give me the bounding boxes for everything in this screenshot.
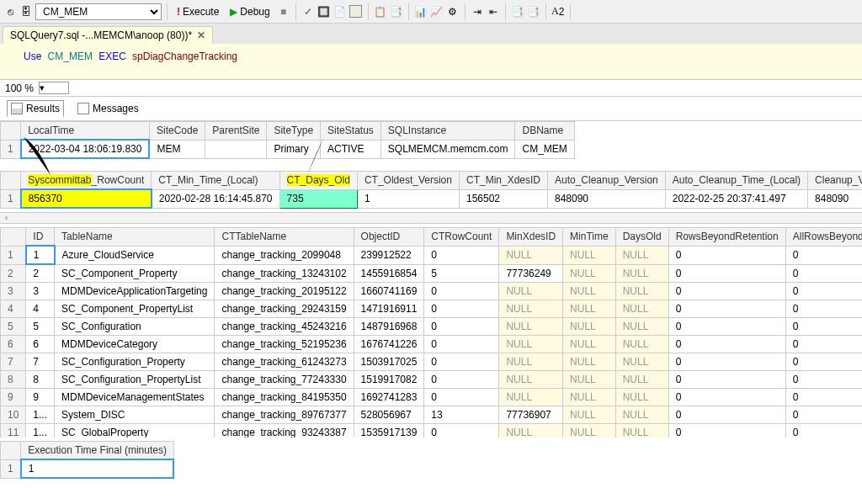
cell[interactable]: 77736907 xyxy=(499,406,563,424)
cell[interactable]: 0 xyxy=(785,424,862,438)
row-number[interactable]: 2 xyxy=(1,264,26,283)
cell[interactable]: 0 xyxy=(785,389,862,406)
cell-dbname[interactable]: CM_MEM xyxy=(515,140,574,158)
cell[interactable]: 0 xyxy=(668,389,785,406)
cell[interactable]: change_tracking_45243216 xyxy=(215,318,354,336)
cell[interactable]: 1455916854 xyxy=(354,264,424,283)
col-mintime[interactable]: MinTime xyxy=(563,228,616,247)
cell[interactable]: 0 xyxy=(668,283,785,300)
cell[interactable]: NULL xyxy=(615,300,668,318)
cell[interactable]: 3 xyxy=(26,283,55,300)
row-number[interactable]: 10 xyxy=(1,406,26,424)
cell[interactable]: 0 xyxy=(668,336,785,353)
cell[interactable]: NULL xyxy=(499,283,563,300)
cell[interactable]: Azure_CloudService xyxy=(55,246,215,264)
cell[interactable]: 0 xyxy=(785,318,862,336)
cell[interactable]: NULL xyxy=(563,300,616,318)
sql-editor[interactable]: Use CM_MEM EXEC spDiagChangeTracking xyxy=(0,44,862,80)
cell[interactable]: 1519917082 xyxy=(354,371,424,389)
cell-sitetype[interactable]: Primary xyxy=(267,140,321,158)
table-row[interactable]: 1 1 xyxy=(1,459,174,478)
indent-icon[interactable]: ⇥ xyxy=(471,5,484,19)
col-ctmintime[interactable]: CT_Min_Time_(Local) xyxy=(152,172,279,190)
cell[interactable]: 0 xyxy=(668,300,785,318)
cell[interactable]: 6 xyxy=(26,336,55,353)
cell[interactable]: NULL xyxy=(563,246,616,264)
cell[interactable]: System_DISC xyxy=(55,406,215,424)
cell[interactable]: MDMDeviceCategory xyxy=(55,336,215,353)
cell[interactable]: 0 xyxy=(668,246,785,264)
col-sqlinstance[interactable]: SQLInstance xyxy=(380,122,515,141)
col-exectime[interactable]: Execution Time Final (minutes) xyxy=(21,442,174,460)
cell[interactable]: change_tracking_84195350 xyxy=(215,389,354,406)
cell[interactable]: NULL xyxy=(563,318,616,336)
close-icon[interactable]: ✕ xyxy=(197,29,205,41)
cell[interactable]: 0 xyxy=(785,406,862,424)
table-row[interactable]: 77SC_Configuration_Propertychange_tracki… xyxy=(1,353,863,371)
cell[interactable]: 0 xyxy=(785,371,862,389)
col-sitetype[interactable]: SiteType xyxy=(267,122,321,141)
row-number[interactable]: 3 xyxy=(1,283,26,300)
table-row[interactable]: 111...SC_GlobalPropertychange_tracking_9… xyxy=(1,424,863,438)
cell[interactable]: NULL xyxy=(615,264,668,283)
row-number[interactable]: 4 xyxy=(1,300,26,318)
cell-ctminxdesid[interactable]: 156502 xyxy=(459,189,547,208)
cell[interactable]: NULL xyxy=(563,371,616,389)
col-sitecode[interactable]: SiteCode xyxy=(149,122,205,141)
cell[interactable]: NULL xyxy=(499,371,563,389)
cell-syscommittab[interactable]: 856370 xyxy=(21,189,152,208)
cell[interactable]: 8 xyxy=(26,371,55,389)
col-parentsite[interactable]: ParentSite xyxy=(205,122,267,141)
row-number[interactable]: 8 xyxy=(1,371,26,389)
col-autocleanupversion[interactable]: Auto_Cleanup_Version xyxy=(548,172,666,190)
col-minxdesid[interactable]: MinXdesID xyxy=(499,228,563,247)
cell[interactable]: 1471916911 xyxy=(354,300,424,318)
row-number[interactable]: 5 xyxy=(1,318,26,336)
cell[interactable]: 77736249 xyxy=(499,264,563,283)
cell[interactable]: NULL xyxy=(563,336,616,353)
cell[interactable]: 0 xyxy=(785,246,862,264)
cell[interactable]: 1503917025 xyxy=(354,353,424,371)
sql-tab[interactable]: SQLQuery7.sql -...MEMCM\anoop (80))* ✕ xyxy=(3,26,213,44)
cell[interactable]: 5 xyxy=(424,264,499,283)
cell-sitestatus[interactable]: ACTIVE xyxy=(321,140,381,158)
cell[interactable]: NULL xyxy=(615,353,668,371)
cell[interactable]: SC_Configuration_Property xyxy=(55,353,215,371)
cell[interactable]: 0 xyxy=(668,424,785,438)
table-row[interactable]: 66MDMDeviceCategorychange_tracking_52195… xyxy=(1,336,863,353)
col-id[interactable]: ID xyxy=(26,228,55,247)
db-diagram-icon[interactable]: 🗄 xyxy=(19,5,33,19)
horizontal-scrollbar[interactable]: ‹ xyxy=(0,212,862,224)
cell[interactable]: NULL xyxy=(499,336,563,353)
results-file-icon[interactable]: 📑 xyxy=(390,5,403,19)
cell[interactable]: change_tracking_93243387 xyxy=(215,424,354,438)
cell-cleanupversion[interactable]: 848090 xyxy=(808,189,862,208)
cell-localtime[interactable]: 2022-03-04 18:06:19.830 xyxy=(21,140,150,158)
cell[interactable]: 5 xyxy=(26,318,55,336)
cell[interactable]: NULL xyxy=(615,371,668,389)
cell[interactable]: 1... xyxy=(26,424,55,438)
cell[interactable]: NULL xyxy=(615,336,668,353)
col-daysold[interactable]: DaysOld xyxy=(615,228,668,247)
col-cttablename[interactable]: CTTableName xyxy=(215,228,354,247)
cell[interactable]: NULL xyxy=(563,424,616,438)
cell-ctmintime[interactable]: 2020-02-28 16:14:45.870 xyxy=(152,189,279,208)
col-allrowsbeyond[interactable]: AllRowsBeyondRetention xyxy=(785,228,862,247)
col-ctrowcount[interactable]: CTRowCount xyxy=(424,228,499,247)
table-row[interactable]: 11Azure_CloudServicechange_tracking_2099… xyxy=(1,246,863,264)
table-row[interactable]: 44SC_Component_PropertyListchange_tracki… xyxy=(1,300,863,318)
cell[interactable]: NULL xyxy=(615,318,668,336)
cell-sitecode[interactable]: MEM xyxy=(149,140,205,158)
execute-button[interactable]: ! Execute xyxy=(173,4,223,19)
cell[interactable]: MDMDeviceApplicationTargeting xyxy=(55,283,215,300)
cell[interactable]: 0 xyxy=(668,264,785,283)
row-number[interactable]: 1 xyxy=(1,459,21,478)
col-sitestatus[interactable]: SiteStatus xyxy=(321,122,381,141)
col-ctoldestversion[interactable]: CT_Oldest_Version xyxy=(357,172,459,190)
col-objectid[interactable]: ObjectID xyxy=(354,228,424,247)
cell[interactable]: SC_Configuration_PropertyList xyxy=(55,371,215,389)
results-grid-icon[interactable] xyxy=(349,5,363,19)
zoom-dropdown[interactable]: ▾ xyxy=(39,82,69,94)
options-icon-2[interactable]: 📄 xyxy=(333,5,347,19)
cell[interactable]: 4 xyxy=(26,300,55,318)
